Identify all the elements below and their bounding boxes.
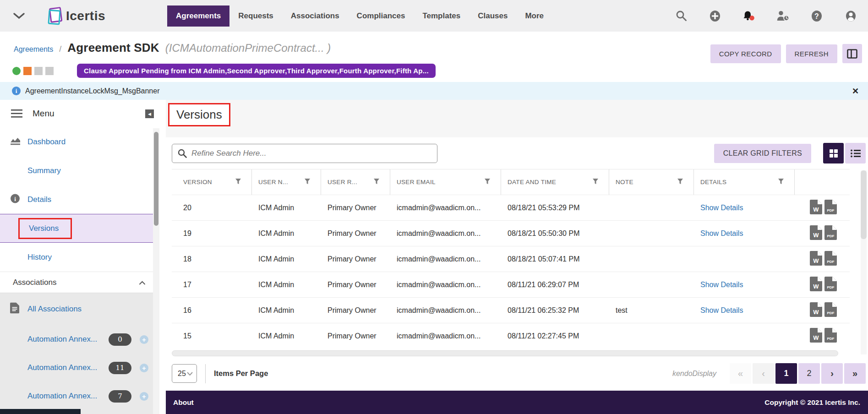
- pagination-bar: 25 Items Per Page kendoDisplay « ‹ 1 2 ›…: [166, 356, 868, 391]
- add-icon[interactable]: [709, 10, 721, 22]
- sidebar-item-automation-annex[interactable]: Automation Annex...11+: [0, 354, 159, 382]
- column-header-user-email[interactable]: USER EMAIL: [390, 169, 501, 195]
- refine-search-box[interactable]: [172, 144, 437, 163]
- table-row-version-15[interactable]: 15ICM AdminPrimary Ownericmadmin@waadicm…: [172, 323, 850, 349]
- previous-page-button[interactable]: ‹: [753, 363, 774, 384]
- table-row-version-19[interactable]: 19ICM AdminPrimary Ownericmadmin@waadicm…: [172, 220, 850, 246]
- table-row-version-17[interactable]: 17ICM AdminPrimary Ownericmadmin@waadicm…: [172, 272, 850, 297]
- column-header-date-and-time[interactable]: DATE AND TIME: [501, 169, 609, 195]
- copy-record-button[interactable]: COPY RECORD: [710, 44, 781, 63]
- first-page-button[interactable]: «: [730, 363, 751, 384]
- sidebar-scrollbar-thumb[interactable]: [154, 132, 158, 226]
- add-association-icon[interactable]: +: [140, 364, 148, 372]
- table-row-version-16[interactable]: 16ICM AdminPrimary Ownericmadmin@waadicm…: [172, 297, 850, 323]
- hamburger-icon[interactable]: [11, 109, 22, 118]
- sidebar-item-automation-annex[interactable]: Automation Annex...7+: [0, 382, 159, 410]
- word-file-icon[interactable]: W: [810, 200, 822, 216]
- search-icon[interactable]: [675, 10, 688, 22]
- column-filter-button[interactable]: [592, 178, 599, 186]
- user-email-cell: icmadmin@waadicm.on...: [390, 281, 501, 289]
- column-header-user-r[interactable]: USER R...: [321, 169, 390, 195]
- pdf-file-icon[interactable]: PDF: [824, 251, 837, 267]
- sidebar-item-dashboard[interactable]: Dashboard: [0, 127, 159, 156]
- add-association-icon[interactable]: +: [140, 392, 148, 401]
- notifications-bell-icon[interactable]: [742, 10, 755, 22]
- sidebar-item-details[interactable]: i Details: [0, 185, 159, 214]
- column-filter-button[interactable]: [373, 178, 380, 186]
- sidebar-item-all-associations[interactable]: All Associations: [0, 293, 159, 325]
- tab-agreements[interactable]: Agreements: [167, 5, 229, 27]
- pdf-file-icon[interactable]: PDF: [824, 328, 837, 344]
- word-file-icon[interactable]: W: [810, 277, 822, 293]
- grid-horizontal-scrollbar[interactable]: [172, 350, 850, 356]
- word-file-icon[interactable]: W: [810, 328, 822, 344]
- date-time-cell: 08/18/21 05:07:41 PM: [501, 255, 609, 263]
- column-header-version[interactable]: VERSION: [172, 169, 252, 195]
- clear-grid-filters-button[interactable]: CLEAR GRID FILTERS: [714, 144, 811, 163]
- side-panel-toggle-button[interactable]: [842, 44, 862, 63]
- grid-view-toggle[interactable]: [823, 143, 844, 163]
- refresh-button[interactable]: REFRESH: [786, 44, 837, 63]
- sidebar-item-versions[interactable]: Versions: [0, 214, 159, 243]
- account-icon[interactable]: [844, 10, 857, 22]
- show-details-link[interactable]: Show Details: [700, 306, 743, 314]
- add-association-icon[interactable]: +: [140, 335, 148, 344]
- filter-funnel-icon: [235, 178, 241, 185]
- pdf-file-icon[interactable]: PDF: [824, 200, 837, 216]
- tab-templates[interactable]: Templates: [414, 5, 469, 27]
- page-subtitle: (ICMAutomationPrimeContract... ): [165, 42, 331, 54]
- pdf-file-icon[interactable]: PDF: [824, 277, 837, 293]
- grid-vertical-scrollbar[interactable]: [861, 170, 867, 354]
- word-file-icon[interactable]: W: [810, 251, 822, 267]
- user-clock-icon[interactable]: [776, 10, 789, 22]
- horizontal-scrollbar-thumb[interactable]: [172, 350, 838, 356]
- table-row-version-20[interactable]: 20ICM AdminPrimary Ownericmadmin@waadicm…: [172, 195, 850, 220]
- search-input[interactable]: [191, 149, 431, 158]
- breadcrumb-agreements-link[interactable]: Agreements: [14, 45, 53, 54]
- show-details-link[interactable]: Show Details: [700, 281, 743, 289]
- tab-requests[interactable]: Requests: [229, 5, 282, 27]
- help-icon[interactable]: ?: [810, 10, 823, 22]
- banner-close-icon[interactable]: ✕: [852, 86, 859, 96]
- next-page-button[interactable]: ›: [821, 363, 843, 384]
- last-page-button[interactable]: »: [844, 363, 866, 384]
- page-button-2[interactable]: 2: [798, 363, 820, 384]
- grid-view-icon: [829, 149, 838, 158]
- toolbar-right: CLEAR GRID FILTERS: [714, 143, 866, 163]
- sidebar-item-label: Automation Annex...: [27, 392, 97, 401]
- sidebar-item-summary[interactable]: Summary: [0, 156, 159, 185]
- pdf-file-icon[interactable]: PDF: [824, 225, 837, 242]
- column-filter-button[interactable]: [304, 178, 311, 186]
- sidebar-collapse-button[interactable]: ◀: [145, 109, 154, 118]
- column-header-details[interactable]: DETAILS: [694, 169, 795, 195]
- column-header-note[interactable]: NOTE: [609, 169, 694, 195]
- word-file-icon[interactable]: W: [810, 225, 822, 242]
- vertical-scrollbar-thumb[interactable]: [861, 170, 867, 239]
- sidebar-item-label: Automation Annex...: [27, 335, 97, 344]
- sidebar-scrollbar[interactable]: [153, 128, 159, 414]
- chevron-down-icon[interactable]: [13, 12, 25, 20]
- sidebar-item-automation-annex[interactable]: Automation Annex...0+: [0, 325, 159, 354]
- page-button-1[interactable]: 1: [775, 363, 797, 384]
- about-link[interactable]: About: [173, 398, 194, 407]
- tab-compliances[interactable]: Compliances: [348, 5, 414, 27]
- kendo-display-text: kendoDisplay: [672, 370, 716, 378]
- column-filter-button[interactable]: [677, 178, 683, 186]
- list-view-toggle[interactable]: [845, 143, 866, 163]
- column-filter-button[interactable]: [484, 178, 491, 186]
- show-details-link[interactable]: Show Details: [700, 229, 743, 237]
- tab-more[interactable]: More: [516, 5, 552, 27]
- tab-associations[interactable]: Associations: [282, 5, 348, 27]
- sidebar-item-history[interactable]: History: [0, 243, 159, 272]
- column-filter-button[interactable]: [778, 178, 784, 186]
- pdf-file-icon[interactable]: PDF: [824, 302, 837, 319]
- column-filter-button[interactable]: [235, 178, 241, 186]
- sidebar-section-associations[interactable]: Associations: [0, 272, 159, 293]
- table-row-version-18[interactable]: 18ICM AdminPrimary Ownericmadmin@waadicm…: [172, 246, 850, 272]
- icertis-logo[interactable]: Icertis: [46, 5, 105, 27]
- word-file-icon[interactable]: W: [810, 302, 822, 319]
- page-size-select[interactable]: 25: [172, 364, 197, 383]
- show-details-link[interactable]: Show Details: [700, 204, 743, 212]
- tab-clauses[interactable]: Clauses: [469, 5, 516, 27]
- column-header-user-n[interactable]: USER N...: [252, 169, 321, 195]
